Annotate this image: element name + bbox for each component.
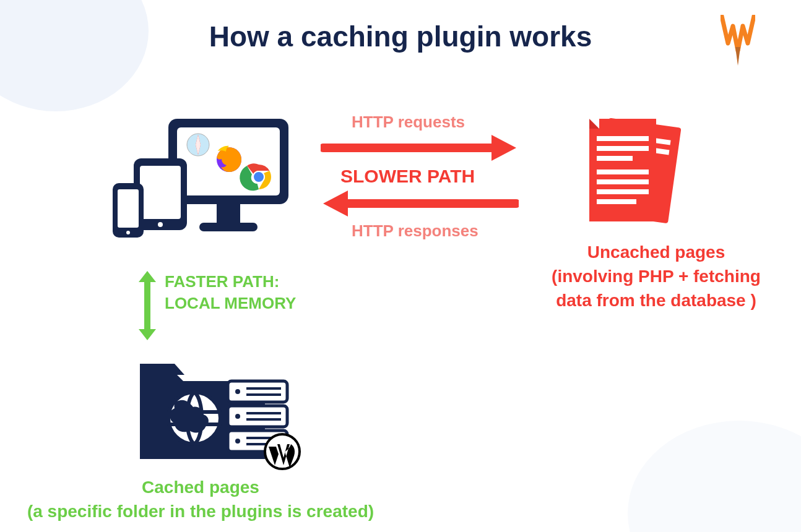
decorative-blob-top <box>0 0 149 111</box>
faster-line2: LOCAL MEMORY <box>165 294 296 312</box>
svg-rect-22 <box>597 136 649 141</box>
page-title: How a caching plugin works <box>0 20 801 53</box>
svg-rect-39 <box>246 412 281 414</box>
svg-point-9 <box>126 231 130 234</box>
svg-point-41 <box>235 439 240 444</box>
cached-pages-text: Cached pages (a specific folder in the p… <box>9 475 392 523</box>
cached-heading: Cached pages <box>142 478 259 497</box>
uncached-heading: Uncached pages <box>587 242 725 262</box>
svg-point-38 <box>235 414 240 419</box>
svg-rect-26 <box>597 179 649 184</box>
uncached-pages-text: Uncached pages (involving PHP + fetching… <box>532 240 780 313</box>
faster-arrow-icon <box>135 268 160 345</box>
svg-point-6 <box>158 222 163 227</box>
arrow-left-icon <box>321 188 519 221</box>
svg-rect-40 <box>246 418 281 421</box>
cached-folder-icon <box>135 350 308 476</box>
svg-rect-2 <box>217 204 240 223</box>
svg-rect-36 <box>246 387 281 390</box>
svg-rect-25 <box>597 169 649 174</box>
svg-rect-8 <box>118 189 139 228</box>
svg-rect-5 <box>140 166 181 219</box>
svg-rect-27 <box>597 189 649 194</box>
wp-rocket-logo-icon <box>721 15 755 69</box>
svg-rect-24 <box>597 156 633 161</box>
svg-rect-3 <box>199 223 258 231</box>
cached-sub: (a specific folder in the plugins is cre… <box>27 502 374 521</box>
faster-line1: FASTER PATH: <box>165 272 279 291</box>
decorative-blob-bottom <box>628 421 801 532</box>
slower-path-label: SLOWER PATH <box>340 166 475 187</box>
svg-rect-28 <box>597 199 636 204</box>
svg-rect-23 <box>597 146 649 151</box>
http-requests-label: HTTP requests <box>352 113 465 132</box>
svg-rect-37 <box>246 393 281 396</box>
documents-icon <box>577 115 695 235</box>
http-responses-label: HTTP responses <box>352 221 478 241</box>
faster-path-label: FASTER PATH: LOCAL MEMORY <box>165 271 296 314</box>
devices-browsers-icon <box>106 115 292 254</box>
arrow-right-icon <box>321 132 519 166</box>
svg-point-35 <box>235 389 240 394</box>
uncached-sub: (involving PHP + fetching data from the … <box>552 267 761 310</box>
